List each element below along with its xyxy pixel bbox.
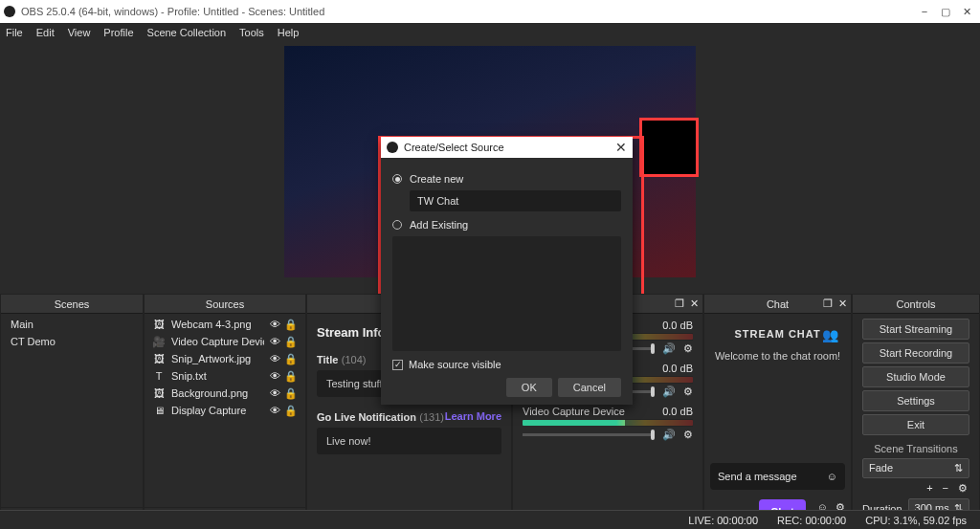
add-existing-radio[interactable]: Add Existing [392, 219, 621, 231]
dialog-title: Create/Select Source [404, 142, 615, 153]
dialog-close-button[interactable]: ✕ [615, 140, 627, 155]
source-label: Snip_Artwork.jpg [171, 353, 264, 364]
start-streaming-button[interactable]: Start Streaming [862, 319, 969, 340]
source-label: Webcam 4-3.png [171, 319, 264, 330]
sources-title: Sources [206, 298, 244, 310]
menu-file[interactable]: File [6, 27, 23, 38]
source-label: Video Capture Device [171, 336, 264, 347]
controls-title: Controls [897, 298, 936, 310]
dialog-icon [387, 142, 398, 153]
visibility-icon[interactable]: 👁 [270, 353, 280, 365]
scene-transitions-label: Scene Transitions [855, 443, 977, 454]
create-source-dialog: Create/Select Source ✕ Create new TW Cha… [381, 137, 633, 405]
popout-icon[interactable]: ❐ [675, 298, 684, 310]
status-cpu: CPU: 3.1%, 59.02 fps [865, 515, 967, 526]
emoji-picker-icon[interactable]: ☺ [827, 471, 837, 482]
close-button[interactable]: ✕ [957, 3, 976, 20]
mixer-track: Video Capture Device0.0 dB🔊⚙ [515, 402, 701, 445]
gear-icon[interactable]: ⚙ [683, 342, 693, 355]
minimize-button[interactable]: − [915, 3, 934, 20]
gear-icon[interactable]: ⚙ [683, 429, 693, 441]
settings-button[interactable]: Settings [862, 390, 969, 411]
scenes-title: Scenes [55, 298, 90, 310]
scene-item[interactable]: Main [3, 316, 141, 333]
make-visible-checkbox[interactable]: ✓Make source visible [392, 359, 621, 370]
app-icon [4, 6, 15, 17]
lock-icon[interactable]: 🔒 [284, 405, 298, 417]
source-item[interactable]: 🎥Video Capture Device👁🔒 [146, 333, 303, 350]
source-item[interactable]: 🖥Display Capture👁🔒 [146, 402, 303, 419]
lock-icon[interactable]: 🔒 [284, 319, 298, 331]
remove-transition-button[interactable]: − [943, 482, 948, 495]
checkbox-checked-icon: ✓ [392, 360, 403, 370]
source-item[interactable]: 🖼Snip_Artwork.jpg👁🔒 [146, 350, 303, 367]
maximize-button[interactable]: ▢ [936, 3, 955, 20]
visibility-icon[interactable]: 👁 [270, 405, 280, 417]
radio-icon [392, 220, 402, 230]
notify-input[interactable]: Live now! [317, 428, 501, 454]
menu-edit[interactable]: Edit [36, 27, 55, 38]
source-item[interactable]: 🖼Webcam 4-3.png👁🔒 [146, 316, 303, 333]
studio-mode-button[interactable]: Studio Mode [862, 366, 969, 387]
chevron-updown-icon: ⇅ [954, 462, 963, 474]
source-label: Background.png [171, 387, 264, 399]
visibility-icon[interactable]: 👁 [270, 319, 280, 331]
title-label: Title [317, 354, 338, 365]
cancel-button[interactable]: Cancel [558, 378, 621, 397]
speaker-icon[interactable]: 🔊 [662, 429, 676, 441]
track-db: 0.0 dB [662, 363, 693, 374]
status-rec: REC: 00:00:00 [777, 515, 846, 526]
add-transition-button[interactable]: + [926, 482, 932, 495]
track-db: 0.0 dB [662, 406, 693, 417]
lock-icon[interactable]: 🔒 [284, 353, 298, 365]
radio-selected-icon [392, 174, 402, 184]
source-type-icon: 🎥 [152, 336, 166, 348]
menu-profile[interactable]: Profile [103, 27, 133, 38]
speaker-icon[interactable]: 🔊 [662, 386, 676, 398]
controls-panel: Controls Start Streaming Start Recording… [852, 294, 980, 529]
source-type-icon: T [152, 370, 166, 382]
existing-sources-list[interactable] [392, 236, 621, 351]
scene-item[interactable]: CT Demo [3, 333, 141, 350]
status-live: LIVE: 00:00:00 [688, 515, 758, 526]
stream-chat-header: STREAM CHAT [734, 328, 820, 340]
titlebar: OBS 25.0.4 (64-bit, windows) - Profile: … [0, 0, 980, 23]
close-icon[interactable]: ✕ [690, 298, 699, 310]
exit-button[interactable]: Exit [862, 414, 969, 435]
transition-settings-button[interactable]: ⚙ [958, 482, 968, 495]
create-new-radio[interactable]: Create new [392, 173, 621, 185]
scenes-panel: Scenes Main CT Demo + − ∧ ∨ [0, 294, 144, 529]
chat-input[interactable]: Send a message☺ [710, 463, 845, 490]
visibility-icon[interactable]: 👁 [270, 370, 280, 383]
chat-welcome: Welcome to the chat room! [714, 350, 841, 362]
source-name-input[interactable]: TW Chat [410, 190, 621, 211]
visibility-icon[interactable]: 👁 [270, 387, 280, 400]
source-item[interactable]: 🖼Background.png👁🔒 [146, 385, 303, 402]
gear-icon[interactable]: ⚙ [683, 386, 693, 398]
lock-icon[interactable]: 🔒 [284, 336, 298, 348]
speaker-icon[interactable]: 🔊 [662, 342, 676, 355]
learn-more-link[interactable]: Learn More [445, 410, 501, 422]
source-type-icon: 🖼 [152, 353, 166, 364]
transition-select[interactable]: Fade⇅ [862, 458, 969, 478]
chat-title: Chat [767, 298, 789, 310]
visibility-icon[interactable]: 👁 [270, 336, 280, 348]
lock-icon[interactable]: 🔒 [284, 387, 298, 400]
start-recording-button[interactable]: Start Recording [862, 342, 969, 364]
ok-button[interactable]: OK [506, 378, 552, 397]
menu-scene-collection[interactable]: Scene Collection [147, 27, 227, 38]
volume-slider[interactable] [523, 433, 655, 436]
status-bar: LIVE: 00:00:00 REC: 00:00:00 CPU: 3.1%, … [0, 510, 980, 529]
window-title: OBS 25.0.4 (64-bit, windows) - Profile: … [21, 6, 915, 17]
popout-icon[interactable]: ❐ [823, 298, 833, 310]
close-icon[interactable]: ✕ [838, 298, 847, 310]
chat-panel: Chat❐✕ STREAM CHAT👥 Welcome to the chat … [703, 294, 852, 529]
menu-view[interactable]: View [68, 27, 91, 38]
menu-help[interactable]: Help [278, 27, 300, 38]
notify-count: (131) [419, 411, 444, 423]
source-item[interactable]: TSnip.txt👁🔒 [146, 367, 303, 385]
source-type-icon: 🖼 [152, 387, 166, 399]
lock-icon[interactable]: 🔒 [284, 370, 298, 383]
users-icon[interactable]: 👥 [822, 327, 839, 342]
menu-tools[interactable]: Tools [239, 27, 264, 38]
